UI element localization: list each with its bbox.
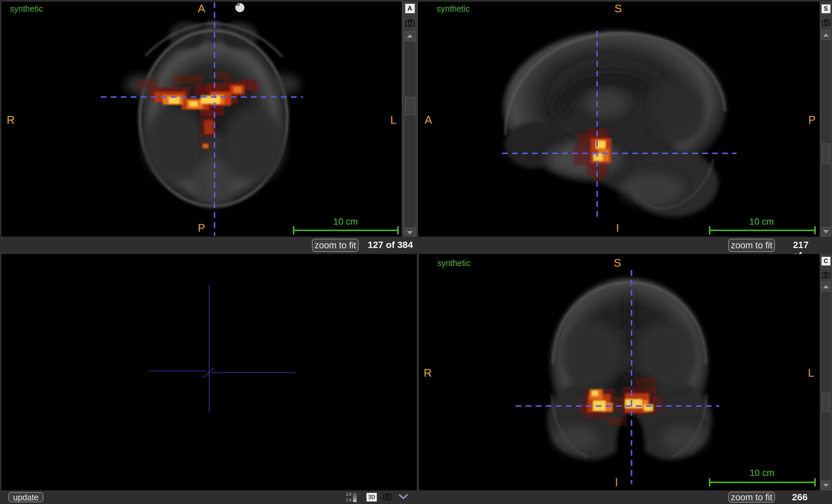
view-letter-button-axial[interactable]: A <box>405 4 415 13</box>
scroll-down-icon <box>823 230 829 233</box>
scrollbar-thumb[interactable] <box>822 393 830 412</box>
coronal-scalebar <box>709 478 816 486</box>
scroll-down-icon <box>823 484 829 487</box>
scroll-up-button[interactable] <box>404 31 416 41</box>
update-button[interactable]: update <box>8 492 43 502</box>
neuro-viewer-window: synthetic A R L P 10 cm A <box>0 0 832 504</box>
slice-counter-axial: 127 of 384 <box>368 240 413 250</box>
slice-scrollbar-sagittal[interactable] <box>821 40 831 227</box>
scroll-down-button[interactable] <box>821 227 831 236</box>
viewport-volume[interactable] <box>1 254 417 490</box>
slice-scrollbar-coronal[interactable] <box>821 291 831 481</box>
zoom-to-fit-button-coronal[interactable]: zoom to fit <box>728 492 775 503</box>
opacity-gradient-bar[interactable] <box>353 492 357 502</box>
scroll-up-icon <box>823 33 829 37</box>
volume-crosshair-image <box>1 254 417 490</box>
zoom-to-fit-button-axial[interactable]: zoom to fit <box>312 239 359 252</box>
volume-crosshair <box>149 285 295 412</box>
scrollbar-thumb[interactable] <box>822 143 830 164</box>
scroll-up-button[interactable] <box>821 30 831 40</box>
scrollbar-thumb[interactable] <box>405 97 415 115</box>
sagittal-brain-image <box>418 2 820 237</box>
camera-icon[interactable] <box>383 493 392 500</box>
sagittal-scalebar <box>709 226 816 234</box>
scroll-up-icon <box>823 285 829 288</box>
3d-mode-button[interactable]: 3D <box>366 493 377 502</box>
scroll-down-button[interactable] <box>404 228 416 238</box>
viewport-coronal[interactable]: synthetic S R L I 10 cm <box>419 254 820 490</box>
camera-icon[interactable] <box>822 19 830 26</box>
opacity-low-label: 1.0 <box>346 498 352 502</box>
scroll-up-icon <box>407 34 413 38</box>
coronal-toolbar: C <box>820 254 832 490</box>
coronal-brain-image <box>419 254 820 490</box>
opacity-high-label: 2.0 <box>346 492 352 497</box>
chevron-down-icon[interactable] <box>399 494 408 499</box>
sagittal-toolbar: S <box>820 2 832 237</box>
view-letter-button-sagittal[interactable]: S <box>821 4 830 13</box>
slice-scrollbar-axial[interactable] <box>404 41 415 228</box>
viewport-axial[interactable]: synthetic A R L P 10 cm <box>1 2 402 237</box>
middle-control-strip: zoom to fit 127 of 384 zoom to fit 217 o… <box>0 237 832 254</box>
axial-scalebar <box>293 226 399 234</box>
axial-toolbar: A <box>402 2 418 237</box>
viewport-sagittal[interactable]: synthetic S A P I 10 cm <box>418 2 820 237</box>
view-letter-button-coronal[interactable]: C <box>821 257 830 266</box>
collapse-chevron-icon[interactable] <box>235 3 244 12</box>
scroll-down-button[interactable] <box>821 481 831 490</box>
camera-icon[interactable] <box>822 271 830 279</box>
bottom-control-strip: update 2.0 1.0 3D zoom to fit 266 of 448 <box>0 490 832 504</box>
camera-icon[interactable] <box>405 19 415 27</box>
slice-counter-coronal: 266 of 448 <box>792 492 818 504</box>
zoom-to-fit-button-sagittal[interactable]: zoom to fit <box>728 239 775 252</box>
opacity-threshold-widget[interactable]: 2.0 1.0 <box>346 492 357 502</box>
axial-brain-image <box>1 2 402 237</box>
scroll-up-button[interactable] <box>821 282 831 291</box>
scroll-down-icon <box>407 231 413 234</box>
